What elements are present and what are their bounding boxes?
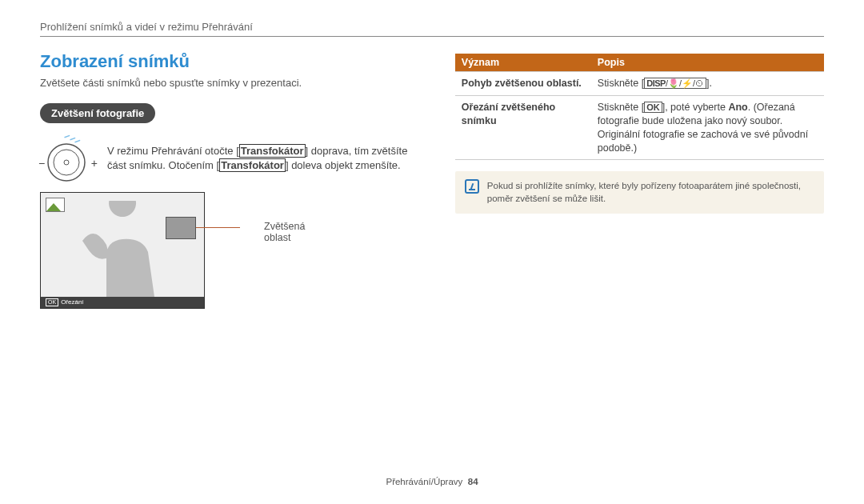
flash-icon: ⚡ (682, 78, 693, 88)
note-text: Pokud si prohlížíte snímky, které byly p… (487, 179, 814, 205)
callout-label: Zvětšená oblast (264, 221, 307, 243)
row1-label: Pohyb zvětšenou oblastí. (455, 72, 591, 96)
row2-desc: Stiskněte [OK], poté vyberte Ano. (Ořeza… (591, 95, 824, 160)
table-header-row: Význam Popis (455, 54, 824, 72)
breadcrumb: Prohlížení snímků a videí v režimu Přehr… (40, 21, 824, 33)
screen-footer-bar: OKOřezání (41, 297, 204, 308)
row1-desc: Stiskněte [DISP/🌷/⚡/⏲]. (591, 72, 824, 96)
row2-label: Ořezání zvětšeného snímku (455, 95, 591, 160)
intro-text: Zvětšete části snímků nebo spusťte snímk… (40, 77, 425, 89)
callout-line (196, 227, 240, 228)
dial-icon (46, 142, 86, 182)
info-table: Význam Popis Pohyb zvětšenou oblastí. St… (455, 54, 824, 160)
right-column: Význam Popis Pohyb zvětšenou oblastí. St… (455, 51, 824, 309)
macro-icon: 🌷 (668, 78, 679, 88)
subsection-pill: Zvětšení fotografie (40, 103, 155, 123)
divider (40, 36, 824, 37)
plus-icon: + (91, 157, 98, 170)
timer-icon: ⏲ (695, 78, 704, 88)
header-meaning: Význam (455, 54, 591, 72)
left-column: Zobrazení snímků Zvětšete části snímků n… (40, 51, 425, 309)
content-columns: Zobrazení snímků Zvětšete části snímků n… (40, 51, 824, 309)
silhouette-icon (74, 201, 178, 297)
dial-illustration: ⸝⸝⸝ − + (40, 134, 96, 182)
ok-icon: OK (46, 298, 58, 306)
table-row: Pohyb zvětšenou oblastí. Stiskněte [DISP… (455, 72, 824, 96)
zoom-instruction-row: ⸝⸝⸝ − + V režimu Přehrávání otočte [Tran… (40, 134, 425, 182)
camera-screen: OKOřezání (40, 192, 205, 309)
svg-point-2 (64, 160, 69, 165)
page-footer: Přehrávání/Úpravy 84 (0, 477, 864, 486)
note-box: Pokud si prohlížíte snímky, které byly p… (455, 171, 824, 213)
thumbnail-icon (46, 198, 65, 212)
page-title: Zobrazení snímků (40, 51, 425, 72)
table-row: Ořezání zvětšeného snímku Stiskněte [OK]… (455, 95, 824, 160)
crop-overlay (166, 217, 196, 239)
svg-point-1 (54, 150, 79, 175)
preview-area: OKOřezání Zvětšená oblast (40, 192, 307, 309)
zoom-instruction-text: V režimu Přehrávání otočte [Transfokátor… (107, 134, 425, 173)
note-icon (465, 179, 479, 194)
header-description: Popis (591, 54, 824, 72)
minus-icon: − (38, 157, 45, 170)
